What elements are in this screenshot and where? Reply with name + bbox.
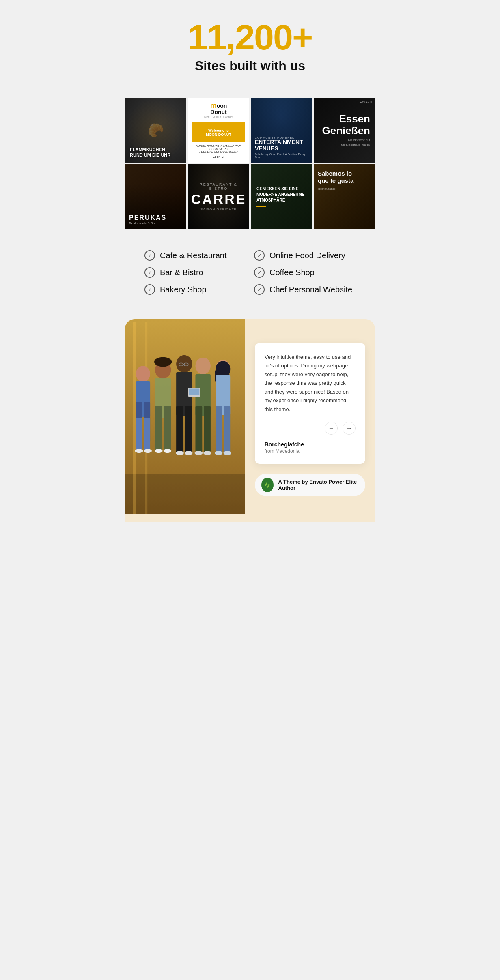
check-label-cafe: Cafe & Restaurant <box>160 251 227 260</box>
svg-point-40 <box>185 451 193 455</box>
svg-point-42 <box>203 451 211 455</box>
svg-rect-17 <box>176 406 183 454</box>
svg-rect-1 <box>125 474 245 514</box>
gallery-item-essen: ★TA★AU EssenGenießen Als ein sehr gutgen… <box>314 98 375 163</box>
svg-point-45 <box>263 480 272 489</box>
svg-rect-24 <box>195 406 202 452</box>
svg-rect-18 <box>185 406 192 454</box>
testimonial-prev-button[interactable]: ← <box>325 422 338 435</box>
stats-subtitle: Sites built with us <box>133 58 367 73</box>
svg-point-41 <box>194 451 203 455</box>
svg-point-39 <box>176 451 184 455</box>
check-label-bar: Bar & Bistro <box>160 268 203 277</box>
gallery-row-2: PERUKAS Restaurante & Bar RESTAURANT & B… <box>125 164 375 229</box>
svg-point-37 <box>155 449 163 453</box>
checklist-item-cafe: ✓ Cafe & Restaurant <box>144 250 246 261</box>
svg-rect-14 <box>164 406 171 450</box>
gallery-item-carre: RESTAURANT & BISTRO CARRE SAISON GERICHT… <box>188 164 249 229</box>
testimonial-inner: Very intuitive theme, easy to use and lo… <box>125 319 375 514</box>
donut-logo: moonDonut <box>192 102 245 115</box>
check-label-coffee: Coffee Shop <box>269 268 315 277</box>
checklist-item-bar: ✓ Bar & Bistro <box>144 267 246 278</box>
testimonial-content: Very intuitive theme, easy to use and lo… <box>245 319 375 514</box>
svg-point-22 <box>195 358 210 374</box>
checklist-item-online-food: ✓ Online Food Delivery <box>254 250 356 261</box>
gallery-text-flammkuchen: FLAMMKUCHENRUND UM DIE UHR <box>130 147 170 158</box>
checklist-item-chef: ✓ Chef Personal Website <box>254 284 356 295</box>
svg-point-43 <box>215 451 223 455</box>
stats-number: 11,200+ <box>133 19 367 55</box>
gallery-item-entertainment: Community Powered ENTERTAINMENTVENUES Fa… <box>251 98 312 163</box>
checklist-item-coffee: ✓ Coffee Shop <box>254 267 356 278</box>
svg-point-44 <box>223 451 231 455</box>
gallery-item-geniessen: GENIESSEN SIE EINEMODERNE ANGENEHMEATMOS… <box>251 164 312 229</box>
testimonial-card: Very intuitive theme, easy to use and lo… <box>255 343 365 464</box>
reviewer-location: from Macedonia <box>265 448 356 454</box>
checklist-grid: ✓ Cafe & Restaurant ✓ Online Food Delive… <box>144 250 356 295</box>
gallery-item-perukas: PERUKAS Restaurante & Bar <box>125 164 186 229</box>
check-icon-chef: ✓ <box>254 284 265 295</box>
people-visual <box>125 319 245 514</box>
svg-rect-13 <box>155 406 162 450</box>
gallery-row-1: 🥐 FLAMMKUCHENRUND UM DIE UHR moonDonut M… <box>125 98 375 163</box>
checklist-item-bakery: ✓ Bakery Shop <box>144 284 246 295</box>
svg-rect-8 <box>136 418 142 450</box>
svg-rect-33 <box>216 406 222 452</box>
checklist-section: ✓ Cafe & Restaurant ✓ Online Food Delive… <box>125 231 375 319</box>
check-icon-bar: ✓ <box>144 267 155 278</box>
svg-point-38 <box>164 449 172 453</box>
testimonial-photo <box>125 319 245 514</box>
gallery-item-flammkuchen: 🥐 FLAMMKUCHENRUND UM DIE UHR <box>125 98 186 163</box>
testimonial-text: Very intuitive theme, easy to use and lo… <box>265 353 356 414</box>
svg-rect-25 <box>204 406 211 452</box>
svg-rect-34 <box>224 406 230 452</box>
gallery-section: 🥐 FLAMMKUCHENRUND UM DIE UHR moonDonut M… <box>125 90 375 229</box>
testimonial-next-button[interactable]: → <box>343 422 356 435</box>
donut-quote: "MOON DONUTS IS MAKING THE CUSTOMERSFEEL… <box>192 145 245 153</box>
author-badge: A Theme by Envato Power Elite Author <box>255 474 365 496</box>
envato-icon <box>261 478 274 492</box>
donut-image-area: Welcome toMOON DONUT <box>192 122 245 142</box>
reviewer-name: Borcheglafche <box>265 441 356 448</box>
check-label-chef: Chef Personal Website <box>269 285 352 294</box>
svg-point-11 <box>154 357 172 367</box>
svg-rect-9 <box>144 418 150 450</box>
svg-point-36 <box>144 449 152 453</box>
check-icon-online-food: ✓ <box>254 250 265 261</box>
svg-rect-27 <box>189 389 200 395</box>
testimonial-nav[interactable]: ← → <box>265 422 356 435</box>
testimonial-section: Very intuitive theme, easy to use and lo… <box>125 319 375 522</box>
check-label-online-food: Online Food Delivery <box>269 251 345 260</box>
stats-section: 11,200+ Sites built with us <box>125 0 375 90</box>
check-icon-cafe: ✓ <box>144 250 155 261</box>
svg-point-35 <box>135 449 143 453</box>
gallery-item-moon-donut: moonDonut Menu About Contact Welcome toM… <box>188 98 249 163</box>
check-label-bakery: Bakery Shop <box>160 285 207 294</box>
check-icon-bakery: ✓ <box>144 284 155 295</box>
gallery-item-sabemos: Sabemos loque te gusta Restaurante <box>314 164 375 229</box>
svg-rect-2 <box>133 322 136 514</box>
check-icon-coffee: ✓ <box>254 267 265 278</box>
svg-point-4 <box>136 366 150 382</box>
badge-text: A Theme by Envato Power Elite Author <box>278 479 359 491</box>
